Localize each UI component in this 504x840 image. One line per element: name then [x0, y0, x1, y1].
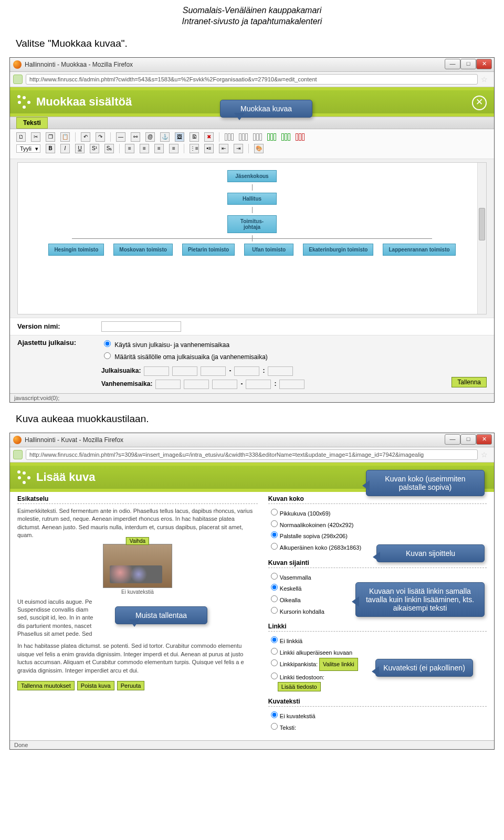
cut-icon[interactable]: ✂ — [31, 132, 40, 142]
save-changes-button[interactable]: Tallenna muutokset — [17, 681, 75, 690]
table-icon-2[interactable] — [239, 133, 248, 141]
minimize-button[interactable]: — — [445, 59, 460, 69]
bookmark-star-icon[interactable]: ☆ — [481, 75, 491, 83]
url-input[interactable]: http://www.finruscc.fi/admin.phtml?cwidt… — [26, 74, 478, 85]
outdent-icon[interactable]: ⇤ — [219, 144, 228, 153]
table-icon-4[interactable] — [267, 133, 276, 141]
pos-opt-left[interactable]: Vasemmalla — [268, 571, 487, 583]
bold-icon[interactable]: B — [46, 144, 55, 153]
redo-icon[interactable]: ↷ — [96, 132, 105, 142]
table-icon-1[interactable] — [225, 133, 234, 141]
superscript-icon[interactable]: S¹ — [90, 144, 99, 153]
publish-date-input[interactable] — [144, 366, 169, 376]
radio-use-page-time[interactable]: Käytä sivun julkaisu- ja vanhenemisaikaa — [101, 341, 229, 349]
table-icon-3[interactable] — [253, 133, 262, 141]
delete-icon[interactable]: ✖ — [204, 132, 214, 142]
change-image-button[interactable]: Vaihda — [126, 537, 149, 545]
minimize-button[interactable]: — — [445, 434, 460, 445]
expire-date-input[interactable] — [212, 380, 237, 389]
expire-time-input[interactable] — [279, 380, 304, 389]
align-center-icon[interactable]: ≡ — [140, 144, 149, 153]
list-bullet-icon[interactable]: •≡ — [204, 144, 214, 153]
add-file-button[interactable]: Lisää tiedosto — [278, 682, 321, 691]
size-opt-thumb[interactable]: Pikkukuva (100x69) — [268, 507, 487, 519]
org-box-office: Lappeenrannan toimisto — [383, 244, 455, 256]
insert-image-icon[interactable]: 🖻 — [190, 132, 199, 142]
publish-date-input[interactable] — [172, 366, 197, 376]
version-input[interactable] — [101, 321, 181, 332]
delete-image-button[interactable]: Poista kuva — [77, 681, 114, 690]
caption-opt-none[interactable]: Ei kuvatekstiä — [268, 710, 487, 721]
schedule-row: Ajastettu julkaisu: Käytä sivun julkaisu… — [10, 335, 494, 393]
org-box-office: Ufan toimisto — [244, 244, 293, 256]
callout-remember-save: Muista tallentaa — [115, 606, 207, 624]
hr-icon[interactable]: — — [116, 132, 125, 142]
site-tab-icon[interactable] — [13, 450, 23, 459]
maximize-button[interactable]: □ — [460, 59, 476, 69]
logo-icon — [17, 470, 31, 484]
publish-time-label: Julkaisuaika: — [101, 365, 141, 377]
paste-icon[interactable]: 📋 — [60, 132, 70, 142]
browser-window-insert-image: Hallinnointi - Kuvat - Mozilla Firefox —… — [9, 433, 495, 750]
instruction-text-2: Kuva aukeaa muokkaustilaan. — [16, 413, 504, 425]
color-icon[interactable]: 🎨 — [254, 144, 264, 153]
italic-icon[interactable]: I — [60, 144, 70, 153]
style-select[interactable]: Tyyli — [16, 144, 40, 153]
editor-canvas[interactable]: Jäsenkokous Hallitus Toimitus- johtaja H… — [17, 162, 487, 314]
subscript-icon[interactable]: S₁ — [104, 144, 114, 153]
copy-icon[interactable]: ❐ — [46, 132, 55, 142]
org-box-office: Moskovan toimisto — [113, 244, 173, 256]
instruction-text-1: Valitse "Muokkaa kuvaa". — [16, 38, 504, 49]
size-opt-column[interactable]: Palstalle sopiva (298x206) — [268, 530, 487, 541]
org-box-top: Jäsenkokous — [227, 170, 277, 182]
cancel-button[interactable]: Peruuta — [117, 681, 145, 690]
publish-date-input[interactable] — [201, 366, 226, 376]
status-bar: javascript:void(0); — [10, 393, 494, 402]
expire-date-input[interactable] — [155, 380, 181, 389]
anchor-icon[interactable]: ⚓ — [160, 132, 170, 142]
window-title: Hallinnointi - Kuvat - Mozilla Firefox — [25, 436, 123, 444]
select-link-button[interactable]: Valitse linkki — [319, 658, 358, 671]
publish-time-input[interactable] — [268, 366, 293, 376]
address-bar: http://www.finruscc.fi/admin.phtml?s=309… — [10, 447, 494, 463]
list-ordered-icon[interactable]: ⋮≡ — [190, 144, 199, 153]
table-icon-5[interactable] — [281, 133, 290, 141]
undo-icon[interactable]: ↶ — [81, 132, 90, 142]
vertical-scrollbar[interactable] — [477, 163, 486, 314]
size-opt-normal[interactable]: Normaalikokoinen (420x292) — [268, 519, 487, 530]
align-right-icon[interactable]: ≡ — [154, 144, 164, 153]
window-titlebar: Hallinnointi - Muokkaa - Mozilla Firefox… — [10, 58, 494, 72]
expire-time-label: Vanhenemisaika: — [101, 379, 152, 390]
org-box-office: Hesingin toimisto — [48, 244, 104, 256]
org-box-office: Ekaterinburgin toimisto — [303, 244, 373, 256]
caption-opt-text[interactable]: Teksti: — [268, 721, 487, 733]
align-left-icon[interactable]: ≡ — [125, 144, 134, 153]
panel-close-icon[interactable]: ✕ — [472, 96, 487, 110]
expire-date-input[interactable] — [184, 380, 209, 389]
radio-custom-time[interactable]: Määritä sisällölle oma julkaisuaika (ja … — [101, 353, 268, 361]
url-input[interactable]: http://www.finruscc.fi/admin.phtml?s=309… — [26, 449, 478, 460]
table-icon-6[interactable] — [296, 133, 304, 141]
link-opt-none[interactable]: Ei linkkiä — [268, 635, 487, 646]
close-button[interactable]: ✕ — [476, 59, 492, 69]
address-bar: http://www.finruscc.fi/admin.phtml?cwidt… — [10, 72, 494, 87]
tab-teksti[interactable]: Teksti — [16, 117, 48, 129]
site-tab-icon[interactable] — [13, 75, 23, 84]
indent-icon[interactable]: ⇥ — [234, 144, 243, 153]
link-opt-original[interactable]: Linkki alkuperäiseen kuvaan — [268, 646, 487, 658]
link-icon[interactable]: ⚯ — [131, 132, 140, 142]
preview-text: Esimerkkiteksti. Sed fermentum ante in o… — [17, 507, 258, 540]
maximize-button[interactable]: □ — [460, 434, 476, 445]
edit-image-icon[interactable]: 🖼 — [175, 132, 184, 142]
at-icon[interactable]: @ — [145, 132, 155, 142]
preview-image: Vaihda — [103, 544, 172, 588]
bookmark-star-icon[interactable]: ☆ — [481, 450, 491, 459]
save-button[interactable]: Tallenna — [452, 377, 487, 387]
preview-text: In hac habitasse platea dictumst. se pot… — [17, 642, 258, 675]
publish-time-input[interactable] — [234, 366, 259, 376]
underline-icon[interactable]: U — [75, 144, 85, 153]
new-doc-icon[interactable]: 🗋 — [16, 132, 26, 142]
close-button[interactable]: ✕ — [476, 434, 492, 445]
expire-time-input[interactable] — [246, 380, 271, 389]
align-justify-icon[interactable]: ≡ — [169, 144, 178, 153]
